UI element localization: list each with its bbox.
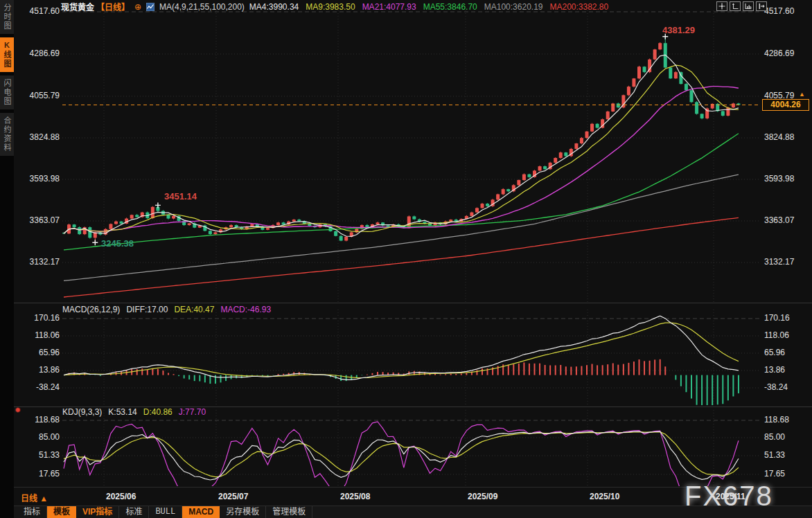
ma-settings-label: MA(4,9,21,55,100,200) (159, 2, 245, 12)
add-compare-icon[interactable]: ⊕ (134, 2, 141, 12)
symbol-name: 现货黄金 (61, 1, 94, 12)
axis-label: 3824.88 (10, 132, 60, 142)
bottom-toolbar: 指标模板VIP指标标准BULLMACD另存模板管理模板 (14, 506, 812, 518)
chart-canvas[interactable] (0, 0, 812, 518)
period-tag[interactable]: 【日线】 (96, 1, 130, 12)
ma-value-label: MA55:3846.70 (423, 2, 477, 12)
date-label: 2025/06 (106, 492, 136, 501)
kdj-j-value: J:77.70 (179, 407, 206, 417)
axis-label: 3132.17 (764, 257, 810, 267)
chevron-up-icon: ▲ (39, 494, 48, 503)
axis-label: 118.06 (10, 330, 60, 340)
axis-label: 118.68 (10, 415, 60, 425)
axis-label: -38.24 (764, 382, 810, 392)
macd-histogram (64, 359, 739, 409)
chart-type-icon[interactable] (146, 3, 155, 11)
sidebar-tab-合约资料[interactable]: 合约资料 (0, 113, 14, 156)
axis-label: 17.65 (764, 469, 810, 479)
ma-value-label: MA21:4077.93 (362, 2, 416, 12)
axis-label: 51.33 (764, 450, 810, 460)
axis-label: 170.16 (10, 313, 60, 323)
axis-label: 13.86 (764, 365, 810, 375)
axis-label: 3824.88 (764, 132, 810, 142)
x-axis-scale-icon[interactable] (743, 1, 754, 11)
kdj-header: KDJ(9,3,3)K:53.14D:40.86J:77.70 (62, 407, 212, 417)
axis-label: 118.06 (764, 330, 810, 340)
ma200-line (64, 217, 739, 297)
price-marker-icon: ▲ (799, 91, 805, 98)
chart-tools (716, 1, 767, 11)
date-label: 2025/10 (590, 492, 619, 501)
macd-header: MACD(26,12,9)DIFF:17.00DEA:40.47MACD:-46… (62, 305, 277, 314)
crosshair-icon[interactable] (716, 1, 727, 11)
ma-value-label: MA100:3620.19 (484, 2, 543, 12)
low-price-label: 3245.38 (101, 238, 134, 249)
date-label: 2025/08 (340, 492, 370, 501)
axis-label: 3593.98 (764, 174, 810, 184)
high-price-label: 4381.29 (662, 25, 695, 35)
axis-label: 118.68 (764, 415, 810, 425)
ma21-line (64, 87, 739, 234)
sidebar-tab-分时图[interactable]: 分时图 (0, 0, 14, 34)
sidebar-tab-K线图[interactable]: K线图 (0, 37, 14, 72)
toolbar-item-模板[interactable]: 模板 (47, 506, 76, 518)
kdj-d-value: D:40.86 (143, 407, 173, 417)
axis-label: 85.00 (764, 432, 810, 442)
axis-label: 170.16 (764, 313, 810, 323)
axis-label: 13.86 (10, 365, 60, 375)
ma4-line (64, 55, 739, 236)
date-label: 2025/09 (468, 492, 497, 501)
axis-label: 3593.98 (10, 174, 60, 184)
macd-title: MACD(26,12,9) (62, 305, 120, 314)
chart-window: 分时图K线图闪电图合约资料 ✹ 现货黄金 【日线】 ⊕ MA(4,9,21,55… (0, 0, 812, 518)
axis-label: 3363.07 (764, 215, 810, 225)
ma-value-label: MA200:3382.80 (549, 2, 608, 12)
period-selector[interactable]: 日线 ▲ (21, 492, 48, 503)
axis-label: 51.33 (10, 450, 60, 460)
toolbar-item-另存模板[interactable]: 另存模板 (220, 506, 266, 518)
toolbar-item-BULL[interactable]: BULL (149, 506, 182, 518)
date-label: 2025/07 (218, 492, 248, 501)
sidebar-tab-闪电图[interactable]: 闪电图 (0, 75, 14, 109)
axis-label: 4286.69 (764, 48, 810, 58)
y-axis-scale-icon[interactable] (730, 1, 741, 11)
starburst-icon[interactable]: ✹ (15, 406, 21, 415)
extreme-cross-marker (92, 240, 98, 245)
axis-label: 4055.79 (10, 91, 60, 100)
axis-label: 4517.60 (10, 6, 60, 16)
axis-label: 17.65 (10, 469, 60, 479)
ma9-line (64, 65, 739, 233)
axis-label: 85.00 (10, 432, 60, 442)
kdj-k-value: K:53.14 (108, 407, 136, 417)
toolbar-item-指标[interactable]: 指标 (17, 506, 47, 518)
macd-dea-value: DEA:40.47 (174, 305, 214, 314)
kdj-title: KDJ(9,3,3) (62, 407, 102, 417)
macd-dea-line (64, 323, 739, 377)
axis-label: 4517.60 (764, 6, 810, 16)
axis-label: 65.96 (10, 348, 60, 357)
axis-label: 4286.69 (10, 48, 60, 58)
macd-value: MACD:-46.93 (220, 305, 271, 314)
toolbar-item-标准[interactable]: 标准 (119, 506, 149, 518)
sidebar: 分时图K线图闪电图合约资料 (0, 0, 14, 518)
goto-latest-icon[interactable] (756, 1, 767, 11)
axis-label: 65.96 (764, 348, 810, 357)
toolbar-item-管理模板[interactable]: 管理模板 (266, 506, 312, 518)
candlesticks (62, 37, 741, 243)
axis-label: -38.24 (10, 382, 60, 392)
axis-label: 3132.17 (10, 257, 60, 267)
chart-header: 现货黄金 【日线】 ⊕ MA(4,9,21,55,100,200) MA4:39… (61, 1, 608, 12)
ma-values: MA4:3990.34MA9:3983.50MA21:4077.93MA55:3… (249, 2, 608, 12)
extreme-cross-marker (155, 202, 161, 208)
toolbar-item-MACD[interactable]: MACD (182, 506, 220, 518)
toolbar-item-VIP指标[interactable]: VIP指标 (76, 506, 119, 518)
axis-label: 3363.07 (10, 215, 60, 225)
last-price-tag[interactable]: 4004.26 (762, 99, 809, 111)
macd-diff-value: DIFF:17.00 (126, 305, 168, 314)
ma-value-label: MA4:3990.34 (249, 2, 299, 12)
ma-value-label: MA9:3983.50 (306, 2, 355, 12)
kdj-d-line (64, 432, 739, 477)
high-price-label: 3451.14 (164, 191, 197, 202)
